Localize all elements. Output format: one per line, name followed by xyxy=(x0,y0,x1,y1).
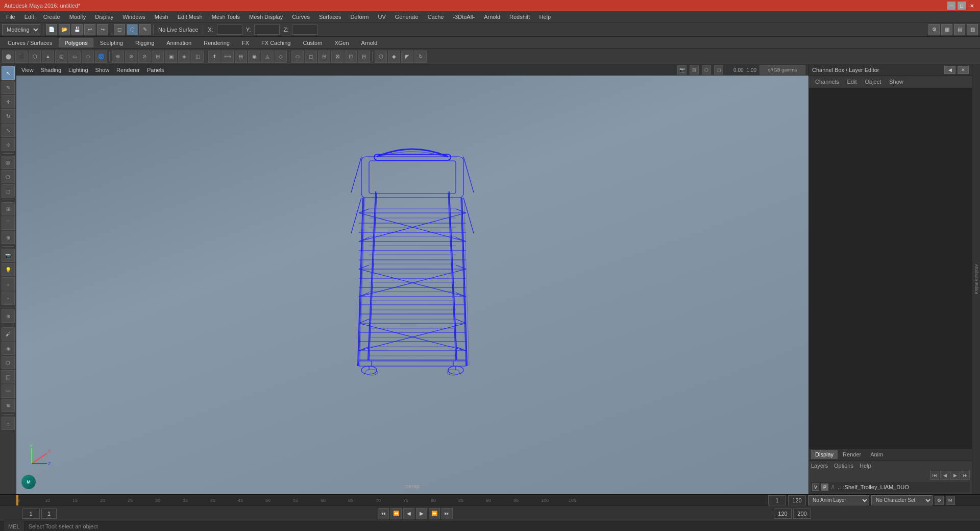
curve-cv-btn[interactable]: ◦ xyxy=(2,292,15,305)
playback-start-input[interactable] xyxy=(41,509,57,519)
vp-grid-btn[interactable]: ⊞ xyxy=(690,65,699,75)
btab-anim[interactable]: Anim xyxy=(866,450,887,459)
disc-icon-btn[interactable]: ⬭ xyxy=(82,51,94,63)
x-input[interactable] xyxy=(217,25,242,35)
snap-curve-btn[interactable]: ⌒ xyxy=(2,216,15,230)
timeline-options-btn[interactable]: ⚙ xyxy=(935,496,944,505)
vp-menu-view[interactable]: View xyxy=(19,66,36,74)
marquee-btn[interactable]: ◻ xyxy=(2,184,15,198)
menu-surfaces[interactable]: Surfaces xyxy=(315,13,345,21)
snap-point-btn[interactable]: ⊕ xyxy=(2,231,15,244)
menu-generate[interactable]: Generate xyxy=(391,13,423,21)
maximize-button[interactable]: □ xyxy=(958,2,966,10)
cloth-btn[interactable]: ◫ xyxy=(2,370,15,383)
fluid-btn[interactable]: ≋ xyxy=(2,399,15,412)
menu-mesh-tools[interactable]: Mesh Tools xyxy=(208,13,244,21)
average-icon-btn[interactable]: ◈ xyxy=(178,51,190,63)
tab-polygons[interactable]: Polygons xyxy=(59,38,93,47)
bevel-icon-btn[interactable]: ◇ xyxy=(275,51,287,63)
step-forward-btn[interactable]: ⏩ xyxy=(429,508,440,519)
connect-icon-btn[interactable]: ⊡ xyxy=(345,51,357,63)
tab-curves-surfaces[interactable]: Curves / Surfaces xyxy=(2,38,58,47)
play-backward-btn[interactable]: ◀ xyxy=(403,508,414,519)
open-scene-btn[interactable]: 📂 xyxy=(59,24,70,35)
rotate-tool-btn[interactable]: ↻ xyxy=(2,109,15,123)
viewport[interactable]: View Shading Lighting Show Renderer Pane… xyxy=(16,64,808,494)
vp-menu-shading[interactable]: Shading xyxy=(39,66,63,74)
btab-display[interactable]: Display xyxy=(811,450,838,459)
channel-box-close-btn[interactable]: ✕ xyxy=(958,66,969,74)
select-tool-btn[interactable]: ◻ xyxy=(114,24,125,35)
tab-arnold[interactable]: Arnold xyxy=(356,38,383,47)
sphere-icon-btn[interactable]: ⬤ xyxy=(2,51,14,63)
timeline-chars-btn[interactable]: ✉ xyxy=(946,496,955,505)
menu-arnold[interactable]: Arnold xyxy=(480,13,504,21)
cone-icon-btn[interactable]: ▲ xyxy=(42,51,54,63)
mode-select[interactable]: Modeling xyxy=(2,24,40,35)
paint-select-btn[interactable]: ✎ xyxy=(139,24,151,35)
art-attr-btn[interactable]: ◈ xyxy=(2,342,15,355)
offset-edge-icon-btn[interactable]: ⊠ xyxy=(331,51,344,63)
torus-icon-btn[interactable]: ◎ xyxy=(55,51,67,63)
lstab-layers[interactable]: Layers xyxy=(811,463,828,469)
joint-btn[interactable]: ⬦ xyxy=(2,277,15,291)
menu-cache[interactable]: Cache xyxy=(424,13,448,21)
timeline[interactable]: 5 10 15 20 25 30 35 40 45 50 55 60 65 70… xyxy=(0,494,980,505)
tab-fx[interactable]: FX xyxy=(236,38,255,47)
edge-loop-icon-btn[interactable]: ⬭ xyxy=(291,51,304,63)
anim-layer-select[interactable]: No Anim Layer xyxy=(808,495,869,505)
menu-3dtoall[interactable]: -3DtoAll- xyxy=(449,13,479,21)
layer-visibility-v[interactable]: V xyxy=(812,484,819,491)
close-button[interactable]: ✕ xyxy=(968,2,976,10)
layout-btn3[interactable]: ▥ xyxy=(967,24,978,35)
sculpt-btn[interactable]: ⬡ xyxy=(2,356,15,369)
playback-end-input[interactable] xyxy=(774,509,792,519)
timeline-ruler[interactable]: 5 10 15 20 25 30 35 40 45 50 55 60 65 70… xyxy=(16,495,766,506)
boolean-icon-btn[interactable]: ⊞ xyxy=(152,51,164,63)
show-manip-btn[interactable]: ⊛ xyxy=(2,309,15,323)
append-icon-btn[interactable]: ⊞ xyxy=(235,51,247,63)
menu-edit-mesh[interactable]: Edit Mesh xyxy=(174,13,207,21)
layer-back-btn[interactable]: ◀ xyxy=(940,471,949,480)
vp-frame-btn[interactable]: ⬡ xyxy=(702,65,711,75)
go-to-start-btn[interactable]: ⏮ xyxy=(378,508,389,519)
save-scene-btn[interactable]: 💾 xyxy=(71,24,83,35)
menu-curves[interactable]: Curves xyxy=(288,13,314,21)
lstab-help[interactable]: Help xyxy=(860,463,871,469)
bridge-icon-btn[interactable]: ⟺ xyxy=(222,51,234,63)
menu-display[interactable]: Display xyxy=(91,13,117,21)
menu-mesh[interactable]: Mesh xyxy=(151,13,173,21)
menu-create[interactable]: Create xyxy=(39,13,64,21)
layout-btn2[interactable]: ▤ xyxy=(954,24,965,35)
vp-gamma-btn[interactable]: sRGB gamma xyxy=(760,65,805,75)
menu-file[interactable]: File xyxy=(2,13,19,21)
vp-cam-btn[interactable]: 📷 xyxy=(677,65,687,75)
tab-sculpting[interactable]: Sculpting xyxy=(94,38,129,47)
menu-mesh-display[interactable]: Mesh Display xyxy=(245,13,287,21)
move-tool-btn[interactable]: ✛ xyxy=(2,95,15,108)
channel-tab-channels[interactable]: Channels xyxy=(812,78,842,86)
cube-icon-btn[interactable]: ⬛ xyxy=(15,51,28,63)
timeline-end-input[interactable] xyxy=(788,495,806,505)
misc-btn[interactable]: ⋮ xyxy=(2,417,15,430)
layout-btn1[interactable]: ▦ xyxy=(941,24,952,35)
y-input[interactable] xyxy=(254,25,280,35)
character-set-select[interactable]: No Character Set xyxy=(871,495,933,505)
layer-forward-btn[interactable]: ▶ xyxy=(950,471,960,480)
minimize-button[interactable]: ─ xyxy=(947,2,955,10)
tab-fx-caching[interactable]: FX Caching xyxy=(256,38,296,47)
vp-menu-show[interactable]: Show xyxy=(93,66,112,74)
vp-wireframe-btn[interactable]: ◻ xyxy=(714,65,723,75)
menu-edit[interactable]: Edit xyxy=(20,13,38,21)
select-tool-left-btn[interactable]: ↖ xyxy=(2,66,15,80)
current-frame-input[interactable] xyxy=(22,509,40,519)
wedge-icon-btn[interactable]: ◬ xyxy=(261,51,274,63)
detach-icon-btn[interactable]: ⊟ xyxy=(358,51,370,63)
snap-grid-btn[interactable]: ⊞ xyxy=(2,202,15,215)
universal-manip-btn[interactable]: ⊹ xyxy=(2,138,15,151)
separate-icon-btn[interactable]: ⊗ xyxy=(125,51,137,63)
soft-select-btn[interactable]: ◎ xyxy=(2,156,15,169)
lstab-options[interactable]: Options xyxy=(834,463,853,469)
channel-tab-edit[interactable]: Edit xyxy=(844,78,860,86)
layer-end-btn[interactable]: ⏭ xyxy=(961,471,970,480)
